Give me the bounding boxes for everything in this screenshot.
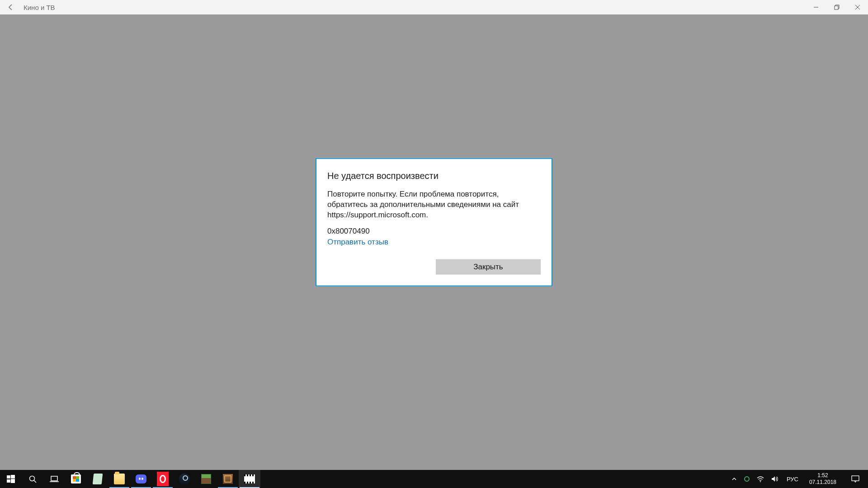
svg-rect-0 xyxy=(835,6,838,9)
task-view-button[interactable] xyxy=(43,470,65,488)
send-feedback-link[interactable]: Отправить отзыв xyxy=(327,238,388,247)
svg-rect-4 xyxy=(11,479,15,483)
task-view-icon xyxy=(49,474,60,484)
tray-action-center-button[interactable] xyxy=(844,475,866,483)
taskbar-app-minecraft[interactable] xyxy=(195,470,217,488)
taskbar-app-movies-tv[interactable] xyxy=(239,470,260,488)
chevron-up-icon xyxy=(731,476,737,482)
dialog-close-button[interactable]: Закрыть xyxy=(436,259,541,275)
tray-overflow-button[interactable] xyxy=(730,470,739,488)
app-title: Кино и ТВ xyxy=(22,4,55,11)
status-dot-icon xyxy=(744,476,750,482)
taskbar-app-opera[interactable] xyxy=(152,470,174,488)
playback-error-dialog: Не удается воспроизвести Повторите попыт… xyxy=(316,158,552,286)
search-icon xyxy=(27,474,38,484)
svg-rect-6 xyxy=(51,476,57,481)
tray-network-button[interactable] xyxy=(755,470,766,488)
movies-tv-app-window: Кино и ТВ Не удается воспроизвести Повто… xyxy=(0,0,868,470)
forge-icon xyxy=(222,474,233,484)
system-tray: РУС 1:52 07.11.2018 xyxy=(728,470,868,488)
titlebar: Кино и ТВ xyxy=(0,0,868,14)
svg-rect-9 xyxy=(852,476,859,481)
svg-rect-2 xyxy=(11,475,15,479)
tray-language-button[interactable]: РУС xyxy=(784,476,801,483)
taskbar: РУС 1:52 07.11.2018 xyxy=(0,470,868,488)
wifi-icon xyxy=(757,476,764,482)
minimize-button[interactable] xyxy=(806,0,826,14)
maximize-button[interactable] xyxy=(826,0,847,14)
svg-rect-3 xyxy=(7,479,10,483)
film-icon xyxy=(244,474,255,484)
dialog-actions: Закрыть xyxy=(327,259,541,275)
notepad-icon xyxy=(92,474,103,484)
maximize-restore-icon xyxy=(834,5,840,10)
tray-date: 07.11.2018 xyxy=(809,479,836,486)
tray-time: 1:52 xyxy=(809,472,836,479)
tray-volume-button[interactable] xyxy=(769,470,780,488)
taskbar-app-steam[interactable] xyxy=(174,470,195,488)
folder-icon xyxy=(114,474,125,484)
svg-rect-1 xyxy=(7,475,10,479)
arrow-left-icon xyxy=(7,4,14,11)
taskbar-app-file-explorer[interactable] xyxy=(108,470,130,488)
windows-logo-icon xyxy=(5,474,16,484)
microsoft-store-icon xyxy=(71,474,81,484)
minecraft-icon xyxy=(201,474,212,484)
svg-point-8 xyxy=(760,481,761,482)
speaker-icon xyxy=(771,476,778,482)
taskbar-app-forge[interactable] xyxy=(217,470,239,488)
action-center-icon xyxy=(851,475,859,483)
close-icon xyxy=(855,5,860,10)
start-button[interactable] xyxy=(0,470,22,488)
steam-icon xyxy=(179,474,190,484)
dialog-message: Повторите попытку. Если проблема повтори… xyxy=(327,189,541,221)
svg-point-5 xyxy=(30,476,35,481)
back-button[interactable] xyxy=(0,0,22,14)
tray-clock[interactable]: 1:52 07.11.2018 xyxy=(805,472,841,486)
taskbar-app-discord[interactable] xyxy=(130,470,152,488)
search-button[interactable] xyxy=(22,470,43,488)
tray-status-indicator[interactable] xyxy=(742,470,751,488)
close-button[interactable] xyxy=(847,0,868,14)
opera-icon xyxy=(152,470,174,488)
discord-icon xyxy=(136,474,146,484)
minimize-icon xyxy=(813,5,819,10)
svg-point-7 xyxy=(745,477,749,481)
taskbar-spacer xyxy=(260,470,728,488)
taskbar-app-store[interactable] xyxy=(65,470,87,488)
dialog-error-code: 0x80070490 xyxy=(327,227,541,236)
dialog-title: Не удается воспроизвести xyxy=(327,171,541,181)
taskbar-app-notepad[interactable] xyxy=(87,470,108,488)
